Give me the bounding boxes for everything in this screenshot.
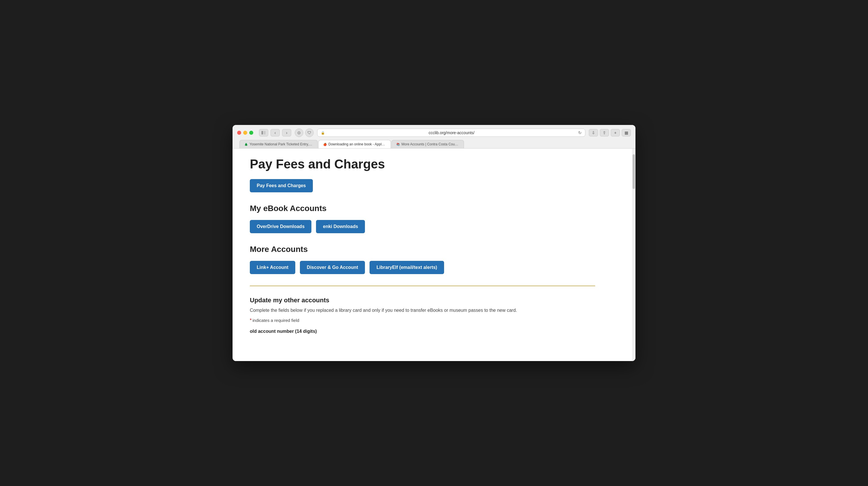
address-bar[interactable]: 🔒 ccclib.org/more-accounts/ ↻ (317, 129, 585, 137)
page-title: Pay Fees and Charges (250, 157, 595, 171)
downloads-icon[interactable]: ⊙ (295, 128, 303, 137)
svg-rect-1 (263, 131, 266, 134)
fees-section: Pay Fees and Charges (250, 179, 595, 192)
old-account-number-label: old account number (14 digits) (250, 329, 595, 334)
traffic-lights (237, 131, 253, 135)
window-controls: ‹ › (259, 129, 291, 136)
ebook-section: My eBook Accounts OverDrive Downloads en… (250, 204, 595, 233)
enki-downloads-button[interactable]: enki Downloads (316, 220, 365, 233)
required-note: *indicates a required field (250, 318, 595, 323)
downloads-button[interactable]: ⇩ (589, 129, 598, 136)
section-divider (250, 285, 595, 286)
forward-button[interactable]: › (282, 129, 291, 136)
new-tab-button[interactable]: + (611, 129, 620, 136)
url-display: ccclib.org/more-accounts/ (327, 130, 576, 135)
tab-favicon-apple: 🍎 (323, 143, 327, 146)
scrollbar-track[interactable] (632, 149, 636, 361)
content-wrapper: Pay Fees and Charges Pay Fees and Charge… (250, 157, 595, 334)
tab-favicon-library: 📚 (396, 143, 400, 146)
share-button[interactable]: ⇧ (600, 129, 609, 136)
right-toolbar: ⇩ ⇧ + ▦ (589, 129, 631, 136)
discover-go-account-button[interactable]: Discover & Go Account (300, 261, 365, 274)
browser-window: ‹ › ⊙ 🛡 🔒 ccclib.org/more-accounts/ ↻ ⇩ … (232, 125, 636, 361)
tab-apple-community[interactable]: 🍎 Downloading an online book - Apple Com… (318, 140, 391, 148)
update-section-title: Update my other accounts (250, 297, 595, 304)
sidebar-toggle-button[interactable] (259, 129, 268, 136)
tab-label-yosemite: Yosemite National Park Ticketed Entry, Y… (250, 142, 313, 146)
svg-rect-0 (261, 131, 263, 134)
tab-yosemite[interactable]: 🌲 Yosemite National Park Ticketed Entry,… (240, 140, 318, 148)
tab-more-accounts[interactable]: 📚 More Accounts | Contra Costa County Li… (392, 140, 464, 148)
link-plus-account-button[interactable]: Link+ Account (250, 261, 295, 274)
fees-button-group: Pay Fees and Charges (250, 179, 595, 192)
reload-button[interactable]: ↻ (578, 130, 582, 135)
update-section: Update my other accounts Complete the fi… (250, 297, 595, 334)
tab-favicon-yosemite: 🌲 (244, 143, 248, 146)
tabs-bar: 🌲 Yosemite National Park Ticketed Entry,… (237, 140, 631, 148)
tab-overview-button[interactable]: ▦ (622, 129, 631, 136)
libraryelf-button[interactable]: LibraryElf (email/text alerts) (370, 261, 444, 274)
pay-fees-button[interactable]: Pay Fees and Charges (250, 179, 313, 192)
minimize-button[interactable] (243, 131, 247, 135)
more-accounts-section: More Accounts Link+ Account Discover & G… (250, 245, 595, 274)
required-asterisk-icon: * (250, 318, 251, 323)
shield-icon[interactable]: 🛡 (305, 128, 314, 137)
required-note-text: indicates a required field (252, 318, 299, 323)
overdrive-downloads-button[interactable]: OverDrive Downloads (250, 220, 311, 233)
more-accounts-title: More Accounts (250, 245, 595, 254)
tab-label-library: More Accounts | Contra Costa County Libr… (401, 142, 459, 146)
back-button[interactable]: ‹ (271, 129, 280, 136)
toolbar-icons: ⊙ 🛡 (295, 128, 314, 137)
page-content: Pay Fees and Charges Pay Fees and Charge… (232, 149, 636, 361)
close-button[interactable] (237, 131, 241, 135)
maximize-button[interactable] (249, 131, 253, 135)
more-accounts-button-group: Link+ Account Discover & Go Account Libr… (250, 261, 595, 274)
scrollbar-thumb[interactable] (632, 154, 635, 189)
tab-label-apple: Downloading an online book - Apple Commu… (329, 142, 386, 146)
update-section-description: Complete the fields below if you replace… (250, 307, 595, 314)
lock-icon: 🔒 (321, 131, 325, 135)
title-bar: ‹ › ⊙ 🛡 🔒 ccclib.org/more-accounts/ ↻ ⇩ … (232, 125, 636, 149)
ebook-section-title: My eBook Accounts (250, 204, 595, 213)
ebook-button-group: OverDrive Downloads enki Downloads (250, 220, 595, 233)
